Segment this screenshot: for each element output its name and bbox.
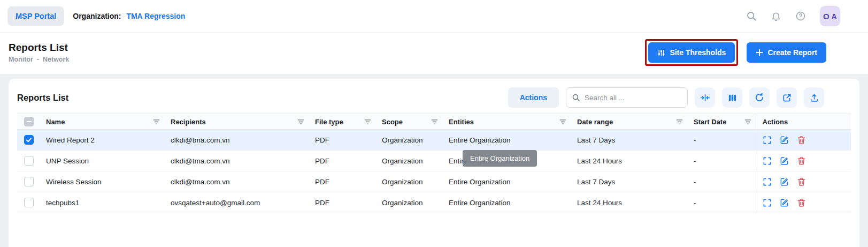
filter-icon[interactable] xyxy=(559,118,566,125)
column-label: Entities xyxy=(449,118,474,126)
reports-table: NameRecipientsFile typeScopeEntitiesDate… xyxy=(17,114,851,213)
organization-label-text: Organization: xyxy=(73,12,121,20)
row-checkbox[interactable] xyxy=(24,177,34,186)
checkbox-cell xyxy=(17,130,41,151)
open-fullscreen-button[interactable] xyxy=(777,87,797,108)
table-header-row: NameRecipientsFile typeScopeEntitiesDate… xyxy=(17,114,851,130)
notifications-bell-icon[interactable] xyxy=(771,11,781,21)
row-actions xyxy=(757,130,851,151)
export-button[interactable] xyxy=(804,87,824,108)
expand-row-icon[interactable] xyxy=(763,177,772,186)
help-icon[interactable] xyxy=(795,11,806,21)
collapse-columns-button[interactable] xyxy=(695,87,715,108)
row-checkbox[interactable] xyxy=(24,156,34,166)
table-row[interactable]: techpubs1ovsqatest+auto@gmail.comPDFOrga… xyxy=(17,192,851,213)
expand-row-icon[interactable] xyxy=(763,198,772,207)
edit-row-icon[interactable] xyxy=(780,177,789,186)
create-report-button[interactable]: Create Report xyxy=(747,42,826,63)
column-label: Date range xyxy=(577,118,613,126)
column-header-start_date[interactable]: Start Date xyxy=(688,114,757,130)
expand-row-icon[interactable] xyxy=(763,156,772,166)
column-header-name[interactable]: Name xyxy=(41,114,165,130)
collapse-columns-icon xyxy=(700,93,710,103)
cell-file_type: PDF xyxy=(310,130,377,151)
page-title: Reports List xyxy=(9,42,69,54)
checkbox-cell xyxy=(17,151,41,171)
column-header-scope[interactable]: Scope xyxy=(377,114,443,130)
table-body: Wired Report 2clkdi@tma.com.vnPDFOrganiz… xyxy=(17,130,851,213)
filter-icon[interactable] xyxy=(431,118,438,125)
delete-row-icon[interactable] xyxy=(797,156,806,166)
page-header-left: Reports List Monitor-Network xyxy=(9,42,69,63)
refresh-button[interactable] xyxy=(749,87,770,108)
column-label: Actions xyxy=(763,118,788,126)
select-all-checkbox[interactable] xyxy=(24,117,34,126)
page-header: Reports List Monitor-Network Site Thresh… xyxy=(0,32,868,74)
table-row[interactable]: Wired Report 2clkdi@tma.com.vnPDFOrganiz… xyxy=(17,130,851,151)
column-label: Recipients xyxy=(171,118,206,126)
cell-scope: Organization xyxy=(377,192,443,213)
filter-icon[interactable] xyxy=(676,118,683,125)
cell-scope: Organization xyxy=(377,130,443,151)
filter-icon[interactable] xyxy=(364,118,371,125)
cell-start_date: - xyxy=(688,171,757,192)
search-icon[interactable] xyxy=(746,11,757,21)
card-controls: Actions xyxy=(508,87,824,108)
cell-start_date: - xyxy=(688,130,757,151)
cell-recipients: clkdi@tma.com.vn xyxy=(165,130,310,151)
cell-file_type: PDF xyxy=(310,192,377,213)
site-thresholds-button[interactable]: Site Thresholds xyxy=(648,42,735,63)
cell-date_range: Last 24 Hours xyxy=(572,192,688,213)
indeterminate-dash xyxy=(27,121,32,122)
external-link-icon xyxy=(782,93,792,102)
column-label: Name xyxy=(46,118,65,126)
edit-row-icon[interactable] xyxy=(780,136,789,145)
cell-scope: Organization xyxy=(377,151,443,171)
checkbox-cell xyxy=(17,171,41,192)
table-row[interactable]: Wireless Sessionclkdi@tma.com.vnPDFOrgan… xyxy=(17,171,851,192)
filter-icon[interactable] xyxy=(744,118,751,125)
create-report-label: Create Report xyxy=(767,48,817,57)
organization-label: Organization: TMA Regression xyxy=(73,12,185,20)
upload-icon xyxy=(810,93,819,102)
edit-row-icon[interactable] xyxy=(780,156,789,166)
cell-name: Wireless Session xyxy=(41,171,165,192)
page-header-actions: Site Thresholds Create Report xyxy=(645,39,826,66)
breadcrumb-separator: - xyxy=(37,56,39,63)
columns-button[interactable] xyxy=(722,87,742,108)
cell-name: Wired Report 2 xyxy=(41,130,165,151)
user-avatar[interactable]: O A xyxy=(820,6,840,26)
expand-row-icon[interactable] xyxy=(763,136,772,145)
row-checkbox[interactable] xyxy=(24,135,34,145)
column-header-date_range[interactable]: Date range xyxy=(572,114,688,130)
breadcrumb-network[interactable]: Network xyxy=(43,56,69,63)
delete-row-icon[interactable] xyxy=(797,177,806,186)
edit-row-icon[interactable] xyxy=(780,198,789,207)
topbar: MSP Portal Organization: TMA Regression … xyxy=(0,0,868,32)
cell-entities: Entire Organization xyxy=(443,171,572,192)
cell-entities: Entire Organization xyxy=(443,130,572,151)
delete-row-icon[interactable] xyxy=(797,198,806,207)
actions-button[interactable]: Actions xyxy=(508,87,559,108)
organization-name-link[interactable]: TMA Regression xyxy=(126,12,185,20)
delete-row-icon[interactable] xyxy=(797,136,806,145)
row-actions xyxy=(757,171,851,192)
row-checkbox[interactable] xyxy=(24,198,34,207)
column-header-recipients[interactable]: Recipients xyxy=(165,114,310,130)
column-header-file_type[interactable]: File type xyxy=(310,114,377,130)
search-input[interactable] xyxy=(566,87,688,108)
column-header-entities[interactable]: Entities xyxy=(443,114,572,130)
cell-date_range: Last 7 Days xyxy=(572,171,688,192)
breadcrumb-monitor[interactable]: Monitor xyxy=(9,56,33,63)
table-row[interactable]: UNP Sessionclkdi@tma.com.vnPDFOrganizati… xyxy=(17,151,851,171)
entities-tooltip: Entire Organization xyxy=(463,150,537,167)
filter-icon[interactable] xyxy=(153,118,160,125)
filter-icon[interactable] xyxy=(297,118,304,125)
msp-portal-button[interactable]: MSP Portal xyxy=(7,6,64,26)
cell-recipients: clkdi@tma.com.vn xyxy=(165,171,310,192)
topbar-right: O A xyxy=(746,6,840,26)
cell-start_date: - xyxy=(688,151,757,171)
cell-start_date: - xyxy=(688,192,757,213)
plus-icon xyxy=(756,49,763,56)
column-header-actions[interactable]: Actions xyxy=(757,114,851,130)
